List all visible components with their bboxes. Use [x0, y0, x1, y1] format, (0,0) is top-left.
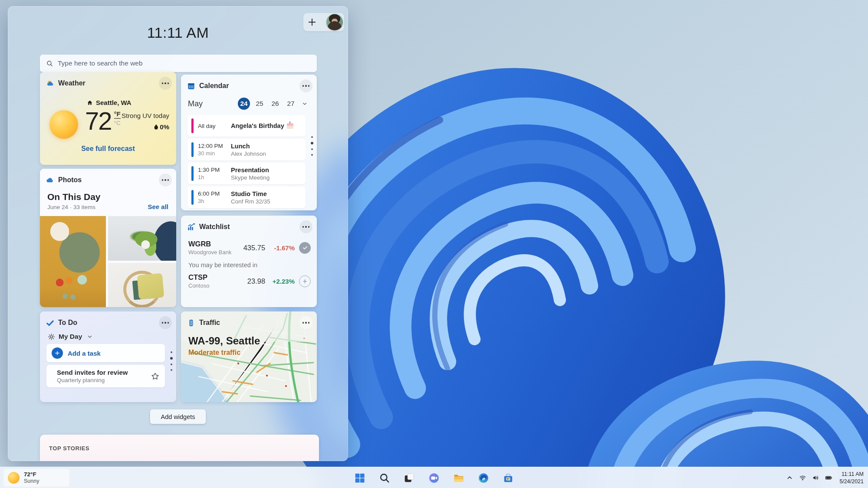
photos-more-options-button[interactable]	[159, 174, 172, 187]
todo-more-options-button[interactable]	[159, 316, 172, 329]
add-widgets-button[interactable]: Add widgets	[150, 409, 206, 424]
todo-widget[interactable]: To Do My Day	[40, 311, 176, 402]
calendar-event-birthday[interactable]: All day Angela's Birthday	[187, 115, 306, 137]
event-color-bar	[191, 118, 194, 133]
watchlist-widget[interactable]: Watchlist WGRB Woodgrove Bank 435.75 -1.…	[181, 216, 317, 307]
watchlist-more-options-button[interactable]	[299, 220, 312, 233]
task-title: Send invites for review	[57, 369, 151, 376]
web-search-bar[interactable]	[40, 55, 317, 72]
taskbar-clock[interactable]: 11:11 AM 5/24/2021	[839, 471, 864, 485]
todo-check-icon	[46, 319, 54, 327]
weather-more-options-button[interactable]	[159, 77, 172, 90]
edge-button[interactable]	[475, 469, 492, 487]
sun-icon	[49, 110, 78, 139]
widgets-panel: 11:11 AM Weather	[8, 6, 348, 461]
photo-thumbnail-chair[interactable]	[108, 263, 176, 308]
weather-condition: Strong UV today	[122, 112, 169, 119]
event-title: Presentation	[231, 167, 270, 174]
battery-icon[interactable]	[823, 471, 834, 485]
taskbar: 72°F Sunny	[0, 467, 868, 488]
event-time: 6:00 PM	[198, 190, 231, 197]
photos-title: Photos	[58, 176, 155, 184]
home-icon	[87, 100, 93, 106]
see-full-forecast-link[interactable]: See full forecast	[40, 145, 176, 153]
stock-change: -1.67%	[265, 244, 295, 252]
calendar-date-24[interactable]: 24	[238, 98, 250, 110]
stocks-chart-icon	[187, 223, 195, 231]
stock-ticker: CTSP	[188, 273, 237, 282]
watchlist-suggestion-label: You may be interested in	[181, 255, 317, 269]
task-row[interactable]: Send invites for review Quarterly planni…	[46, 365, 165, 387]
my-day-chevron-down-icon	[87, 334, 92, 339]
calendar-date-25[interactable]: 25	[253, 98, 266, 110]
photos-widget[interactable]: Photos On This Day June 24 · 33 items Se…	[40, 169, 176, 307]
stock-row-wgrb[interactable]: WGRB Woodgrove Bank 435.75 -1.67%	[181, 236, 317, 255]
stock-add-plus-icon[interactable]	[299, 275, 311, 287]
task-favorite-star-icon[interactable]	[151, 372, 160, 381]
chat-button[interactable]	[426, 469, 442, 487]
calendar-month: May	[188, 99, 238, 108]
search-button[interactable]	[376, 469, 393, 487]
microsoft-store-icon	[503, 472, 514, 484]
calendar-event-lunch[interactable]: 12:00 PM 30 min Lunch Alex Johnson	[187, 139, 306, 160]
tray-chevron-up-icon[interactable]	[784, 471, 795, 485]
photo-thumbnail-teapot[interactable]	[40, 216, 106, 307]
volume-icon[interactable]	[810, 471, 821, 485]
unit-fahrenheit-toggle[interactable]: °F	[114, 110, 121, 119]
event-time: 12:00 PM	[198, 143, 231, 149]
traffic-more-options-button[interactable]	[299, 316, 312, 329]
task-subtitle: Quarterly planning	[57, 377, 151, 383]
calendar-widget[interactable]: Calendar May 24 25 26 27 All day	[181, 75, 317, 210]
weather-widget[interactable]: Weather Seattle, WA 72 °F °C Strong UV t…	[40, 72, 176, 165]
weather-title: Weather	[58, 79, 155, 87]
user-avatar[interactable]	[326, 14, 343, 30]
taskbar-weather-chip[interactable]: 72°F Sunny	[3, 469, 69, 487]
weather-cloud-icon	[46, 79, 54, 88]
top-stories-card[interactable]: TOP STORIES	[40, 435, 319, 461]
windows-start-icon	[354, 472, 365, 484]
event-title: Angela's Birthday	[231, 122, 284, 129]
search-input[interactable]	[58, 59, 311, 67]
calendar-date-26[interactable]: 26	[269, 98, 281, 110]
add-widget-plus-button[interactable]	[309, 19, 316, 26]
calendar-more-options-button[interactable]	[299, 79, 312, 92]
task-view-button[interactable]	[401, 469, 418, 487]
weather-location: Seattle, WA	[96, 99, 132, 106]
panel-clock: 11:11 AM	[8, 24, 348, 41]
todo-carousel-dots[interactable]	[170, 351, 173, 371]
file-explorer-button[interactable]	[450, 469, 467, 487]
weather-temperature: 72	[85, 108, 112, 134]
weather-precipitation: 0%	[160, 123, 169, 131]
add-task-row[interactable]: Add a task	[46, 344, 165, 362]
unit-celsius-toggle[interactable]: °C	[114, 120, 121, 126]
event-subtitle: Conf Rm 32/35	[231, 198, 270, 205]
calendar-event-studio-time[interactable]: 6:00 PM 3h Studio Time Conf Rm 32/35	[187, 187, 306, 208]
my-day-label: My Day	[59, 333, 82, 341]
stock-name: Woodgrove Bank	[188, 249, 237, 255]
event-duration: 1h	[198, 174, 231, 180]
calendar-expand-chevron-down-icon[interactable]	[302, 101, 307, 106]
calendar-date-27[interactable]: 27	[285, 98, 297, 110]
calendar-carousel-dots[interactable]	[311, 136, 313, 156]
add-task-plus-icon	[52, 347, 63, 359]
taskbar-app-icons	[352, 467, 516, 488]
calendar-event-presentation[interactable]: 1:30 PM 1h Presentation Skype Meeting	[187, 163, 306, 184]
wifi-icon[interactable]	[797, 471, 808, 485]
top-stories-label: TOP STORIES	[49, 445, 89, 452]
microsoft-store-button[interactable]	[500, 469, 516, 487]
my-day-sun-icon	[48, 333, 55, 341]
account-pill	[303, 13, 344, 31]
calendar-title: Calendar	[199, 82, 296, 90]
start-button[interactable]	[352, 469, 368, 487]
traffic-title: Traffic	[199, 319, 296, 327]
traffic-widget[interactable]: Traffic WA-99, Seattle Moderate traffic	[181, 311, 317, 402]
taskbar-time: 11:11 AM	[839, 471, 864, 478]
event-title: Studio Time	[231, 190, 270, 197]
stock-added-check-icon[interactable]	[299, 242, 311, 254]
stock-row-ctsp[interactable]: CTSP Contoso 23.98 +2.23%	[181, 269, 317, 289]
my-day-selector[interactable]: My Day	[40, 332, 176, 344]
event-time: 1:30 PM	[198, 167, 231, 173]
weather-location-row: Seattle, WA	[87, 99, 132, 106]
see-all-link[interactable]: See all	[148, 203, 168, 210]
photo-thumbnail-plant[interactable]	[108, 216, 176, 261]
